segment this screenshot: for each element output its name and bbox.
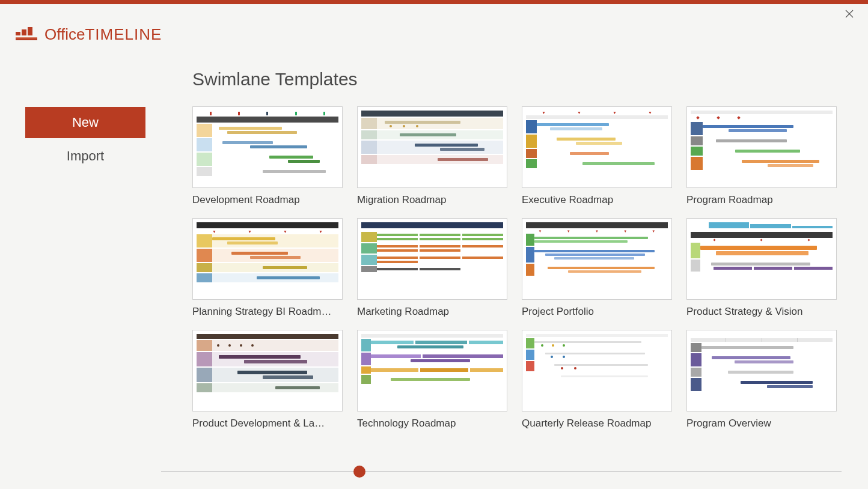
nav-new[interactable]: New [25, 107, 145, 138]
template-label: Migration Roadmap [357, 194, 507, 206]
svg-rect-4 [28, 27, 32, 35]
template-label: Planning Strategy BI Roadm… [192, 306, 343, 318]
template-label: Quarterly Release Roadmap [522, 418, 672, 430]
nav-label: Import [67, 148, 104, 164]
template-thumbnail [686, 106, 837, 188]
template-card-product-strategy-vision[interactable]: Product Strategy & Vision [686, 218, 837, 318]
template-card-planning-strategy-bi[interactable]: ▼▼▼▼ Planning Strategy BI Roadm… [192, 218, 343, 318]
horizontal-scrollbar[interactable] [161, 471, 842, 472]
nav-label: New [72, 115, 99, 130]
template-card-technology-roadmap[interactable]: Technology Roadmap [357, 330, 507, 430]
template-thumbnail [686, 218, 837, 300]
template-label: Product Development & La… [192, 418, 343, 430]
template-card-project-portfolio[interactable]: ▼▼▼▼▼ Project Portfolio [522, 218, 672, 318]
template-label: Program Overview [686, 418, 837, 430]
close-button[interactable] [843, 8, 856, 22]
template-label: Program Roadmap [686, 194, 837, 206]
nav-import[interactable]: Import [25, 141, 145, 172]
template-thumbnail: ▼▼▼▼ [522, 106, 672, 188]
template-thumbnail [686, 330, 837, 412]
template-thumbnail [357, 218, 507, 300]
template-card-executive-roadmap[interactable]: ▼▼▼▼ Executive Roadmap [522, 106, 672, 206]
scrollbar-thumb[interactable] [353, 466, 365, 478]
template-thumbnail [522, 330, 672, 412]
template-thumbnail [192, 330, 343, 412]
template-thumbnail [192, 106, 343, 188]
template-card-product-development-launch[interactable]: Product Development & La… [192, 330, 343, 430]
brand-name: OfficeTIMELINE [44, 25, 162, 44]
template-label: Marketing Roadmap [357, 306, 507, 318]
template-label: Development Roadmap [192, 194, 343, 206]
brand-icon [16, 27, 37, 43]
template-label: Executive Roadmap [522, 194, 672, 206]
sidebar-nav: New Import [25, 107, 145, 174]
template-card-quarterly-release-roadmap[interactable]: Quarterly Release Roadmap [522, 330, 672, 430]
template-thumbnail: ▼▼▼▼▼ [522, 218, 672, 300]
svg-rect-3 [22, 29, 26, 35]
template-thumbnail [357, 330, 507, 412]
svg-rect-2 [16, 32, 20, 35]
template-label: Product Strategy & Vision [686, 306, 837, 318]
template-thumbnail: ▼▼▼▼ [192, 218, 343, 300]
page-title: Swimlane Templates [192, 69, 844, 90]
svg-rect-6 [16, 37, 37, 38]
template-card-marketing-roadmap[interactable]: Marketing Roadmap [357, 218, 507, 318]
template-grid: Development Roadmap Migration Roadmap ▼▼… [192, 106, 844, 430]
template-card-migration-roadmap[interactable]: Migration Roadmap [357, 106, 507, 206]
brand-logo: OfficeTIMELINE [16, 25, 162, 44]
window-top-accent [0, 0, 868, 4]
template-label: Project Portfolio [522, 306, 672, 318]
template-card-program-roadmap[interactable]: Program Roadmap [686, 106, 837, 206]
template-thumbnail [357, 106, 507, 188]
main-content: Swimlane Templates Development Roadmap [192, 69, 844, 430]
template-card-program-overview[interactable]: Program Overview [686, 330, 837, 430]
template-card-development-roadmap[interactable]: Development Roadmap [192, 106, 343, 206]
template-label: Technology Roadmap [357, 418, 507, 430]
close-icon [845, 10, 854, 20]
